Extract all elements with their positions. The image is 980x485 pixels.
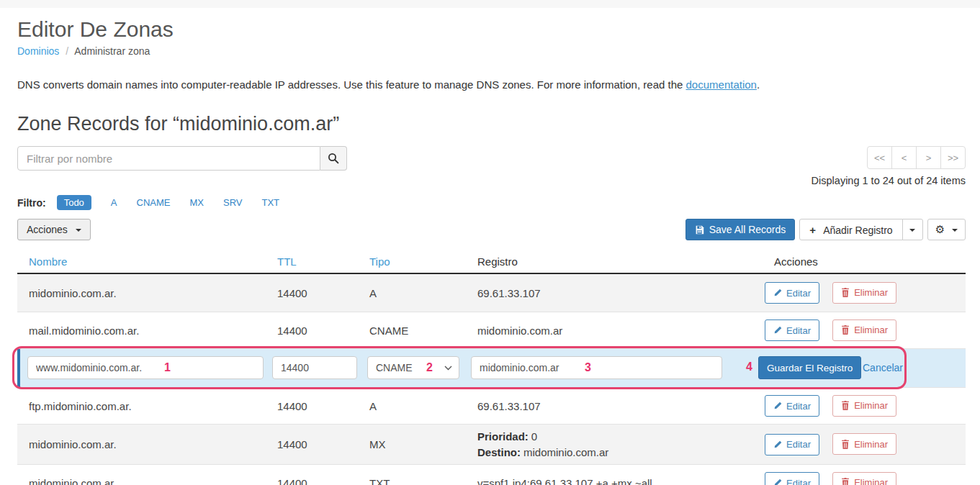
trash-icon xyxy=(841,440,850,449)
column-header-acciones: Acciones xyxy=(742,255,966,268)
edit-button[interactable]: Editar xyxy=(765,319,819,341)
pagination-first-button[interactable]: << xyxy=(867,146,892,169)
add-record-button[interactable]: + Añadir Registro xyxy=(799,219,902,240)
actions-toolbar: Acciones Save All Records + Añadir Regis… xyxy=(17,219,966,240)
section-title: Zone Records for “midominio.com.ar” xyxy=(17,113,966,135)
trash-icon xyxy=(841,401,850,410)
column-header-tipo[interactable]: Tipo xyxy=(359,255,467,268)
pagination-status: Displaying 1 to 24 out of 24 items xyxy=(812,175,966,186)
pagination-last-button[interactable]: >> xyxy=(940,146,966,169)
record-value: v=spf1 ip4:69.61.33.107 +a +mx ~all xyxy=(467,477,742,485)
filter-label: Filtro: xyxy=(17,197,46,209)
record-ttl: 14400 xyxy=(266,438,359,450)
description-after: . xyxy=(757,78,760,91)
search-input[interactable] xyxy=(17,146,320,171)
table-row: midominio.com.ar. 14400 A 69.61.33.107 E… xyxy=(17,274,966,312)
filter-txt[interactable]: TXT xyxy=(261,197,279,208)
filter-mx[interactable]: MX xyxy=(189,197,204,208)
delete-button[interactable]: Eliminar xyxy=(832,472,896,485)
edit-button[interactable]: Editar xyxy=(765,472,819,485)
right-button-group: Save All Records + Añadir Registro ⚙ xyxy=(685,219,966,240)
record-name: mail.midominio.com.ar. xyxy=(17,325,266,337)
settings-button[interactable]: ⚙ xyxy=(927,219,966,240)
delete-button[interactable]: Eliminar xyxy=(832,319,896,341)
breadcrumb-separator: / xyxy=(66,45,68,57)
zone-editor-page: Editor De Zonas Dominios / Administrar z… xyxy=(0,17,980,485)
record-ttl: 14400 xyxy=(266,477,359,485)
table-header-row: Nombre TTL Tipo Registro Acciones xyxy=(17,250,966,274)
record-name: midominio.com.ar. xyxy=(17,287,266,299)
edit-button[interactable]: Editar xyxy=(765,395,819,417)
pagination-prev-button[interactable]: < xyxy=(891,146,917,169)
add-record-label: Añadir Registro xyxy=(823,225,893,236)
guardar-el-registro-button[interactable]: Guardar El Registro xyxy=(758,356,861,379)
delete-button[interactable]: Eliminar xyxy=(832,433,896,455)
chevron-down-icon xyxy=(444,365,452,371)
page-title: Editor De Zonas xyxy=(17,17,966,42)
filter-a[interactable]: A xyxy=(111,197,117,208)
save-all-records-button[interactable]: Save All Records xyxy=(685,219,796,240)
record-value: Prioridad:0 Destino:midominio.com.ar xyxy=(467,429,742,461)
record-actions: Editar Eliminar xyxy=(742,433,966,455)
edit-ttl-input[interactable] xyxy=(272,356,357,379)
delete-button[interactable]: Eliminar xyxy=(832,395,896,417)
filter-todo[interactable]: Todo xyxy=(57,195,91,210)
record-actions: Editar Eliminar xyxy=(742,319,966,342)
trash-icon xyxy=(841,288,850,297)
record-name: ftp.midominio.com.ar. xyxy=(17,400,266,412)
edit-button[interactable]: Editar xyxy=(765,434,819,455)
table-row: midominio.com.ar. 14400 MX Prioridad:0 D… xyxy=(17,425,966,465)
zone-records-table: Nombre TTL Tipo Registro Acciones midomi… xyxy=(17,250,966,485)
breadcrumb: Dominios / Administrar zona xyxy=(17,45,966,57)
trash-icon xyxy=(841,325,850,335)
pagination-area: << < > >> Displaying 1 to 24 out of 24 i… xyxy=(812,146,966,186)
column-header-registro: Registro xyxy=(467,255,742,268)
record-name: midominio.com.ar. xyxy=(17,438,266,450)
search-button[interactable] xyxy=(320,146,347,171)
record-ttl: 14400 xyxy=(266,400,359,412)
cancelar-link[interactable]: Cancelar xyxy=(863,362,903,373)
edit-name-input[interactable] xyxy=(27,356,264,379)
pencil-icon xyxy=(773,479,782,485)
filter-srv[interactable]: SRV xyxy=(223,197,243,208)
record-value: midominio.com.ar xyxy=(467,325,742,337)
mx-priority-line: Prioridad:0 xyxy=(477,429,742,445)
edit-type-select[interactable]: CNAME xyxy=(367,356,459,379)
record-actions: Editar Eliminar xyxy=(742,282,966,304)
pagination-controls: << < > >> xyxy=(867,146,966,169)
edit-record-input[interactable] xyxy=(471,356,722,379)
record-type: TXT xyxy=(359,477,467,485)
pagination-next-button[interactable]: > xyxy=(916,146,941,169)
edit-button[interactable]: Editar xyxy=(765,282,819,304)
filter-row: Filtro: Todo A CNAME MX SRV TXT xyxy=(17,195,966,210)
record-ttl: 14400 xyxy=(266,287,359,299)
caret-down-icon xyxy=(909,229,915,232)
pencil-icon xyxy=(773,440,782,449)
edit-row-accent-bar xyxy=(17,349,20,387)
pencil-icon xyxy=(773,326,782,335)
record-type: CNAME xyxy=(359,325,467,337)
column-header-nombre[interactable]: Nombre xyxy=(17,255,266,268)
delete-button[interactable]: Eliminar xyxy=(832,282,896,304)
filter-cname[interactable]: CNAME xyxy=(137,197,171,208)
add-record-dropdown-toggle[interactable] xyxy=(902,219,923,240)
annotation-number-3: 3 xyxy=(585,361,591,374)
column-header-ttl[interactable]: TTL xyxy=(266,255,359,268)
mx-destination-line: Destino:midominio.com.ar xyxy=(477,445,742,461)
floppy-disk-icon xyxy=(695,225,704,235)
description-before: DNS converts domain names into computer-… xyxy=(17,78,686,91)
record-value: 69.61.33.107 xyxy=(467,287,742,299)
add-record-button-group: + Añadir Registro xyxy=(799,219,922,240)
search-icon xyxy=(328,153,339,164)
acciones-dropdown-button[interactable]: Acciones xyxy=(17,219,91,240)
search-toolbar: << < > >> Displaying 1 to 24 out of 24 i… xyxy=(17,146,966,186)
description-text: DNS converts domain names into computer-… xyxy=(17,78,966,91)
trash-icon xyxy=(841,478,850,485)
record-value: 69.61.33.107 xyxy=(467,400,742,412)
breadcrumb-dominios-link[interactable]: Dominios xyxy=(17,45,59,57)
annotation-number-2: 2 xyxy=(426,361,433,374)
record-type: A xyxy=(359,287,467,299)
gear-icon: ⚙ xyxy=(935,223,945,236)
documentation-link[interactable]: documentation xyxy=(686,78,757,91)
record-ttl: 14400 xyxy=(266,325,359,337)
